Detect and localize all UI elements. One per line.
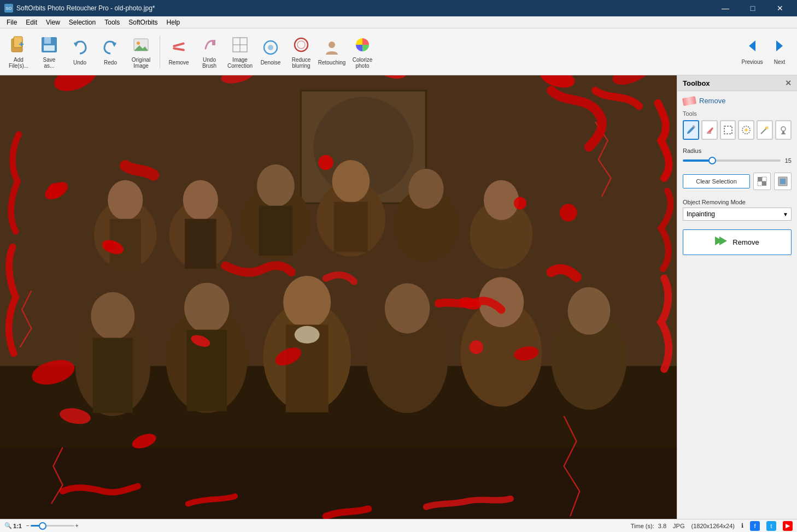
- titlebar: SO SoftOrbits Photo Retoucher Pro - old-…: [0, 0, 797, 16]
- svg-point-19: [268, 45, 273, 50]
- undo-icon: [70, 38, 90, 57]
- select-all-button[interactable]: [774, 173, 792, 190]
- svg-marker-107: [719, 237, 727, 245]
- menubar: File Edit View Selection Tools SoftOrbit…: [0, 16, 797, 28]
- toolbar-redo[interactable]: Redo: [96, 31, 125, 73]
- radius-value: 15: [785, 157, 792, 164]
- minimize-button[interactable]: —: [713, 0, 738, 16]
- svg-rect-102: [762, 177, 766, 181]
- svg-rect-34: [110, 219, 141, 269]
- app-logo: SO: [4, 4, 13, 13]
- mode-select-wrapper: Inpainting Content-Aware Fill Solid Colo…: [683, 208, 792, 221]
- toolbox-content: Remove Tools: [677, 91, 797, 261]
- reduce-blurring-label: Reduceblurring: [292, 57, 310, 69]
- image-correction-icon: [230, 35, 250, 55]
- save-icon: [39, 35, 59, 55]
- reduce-blurring-icon: [291, 35, 311, 55]
- time-label: Time (s): 3.8: [631, 523, 666, 529]
- svg-point-97: [781, 127, 786, 131]
- toolbar-undo[interactable]: Undo: [66, 31, 94, 73]
- mode-label: Object Removing Mode: [683, 199, 792, 205]
- titlebar-left: SO SoftOrbits Photo Retoucher Pro - old-…: [4, 4, 155, 13]
- next-icon: [772, 38, 787, 57]
- toolbox-close-button[interactable]: ✕: [785, 79, 792, 87]
- dimensions-label: (1820x1264x24): [691, 523, 735, 529]
- menu-view[interactable]: View: [42, 17, 65, 27]
- toolbar-original-image[interactable]: OriginalImage: [127, 31, 155, 73]
- radius-slider[interactable]: [683, 159, 781, 162]
- toolbar-reduce-blurring[interactable]: Reduceblurring: [287, 31, 315, 73]
- toolbar-denoise[interactable]: Denoise: [256, 31, 285, 73]
- svg-point-57: [295, 326, 320, 344]
- svg-rect-103: [758, 181, 762, 186]
- zoom-slider-area[interactable]: − +: [26, 523, 79, 529]
- undo-brush-icon: [200, 35, 219, 55]
- svg-rect-43: [334, 202, 368, 252]
- stamp-tool-button[interactable]: [775, 120, 792, 140]
- remove-strip-icon: [682, 96, 696, 106]
- mode-select[interactable]: Inpainting Content-Aware Fill Solid Colo…: [683, 208, 792, 221]
- svg-rect-53: [187, 330, 227, 411]
- toolbar-remove[interactable]: Remove: [165, 31, 193, 73]
- svg-point-20: [295, 38, 308, 51]
- toolbox-panel: Toolbox ✕ Remove Tools: [677, 75, 797, 519]
- brush-tool-button[interactable]: [683, 120, 699, 140]
- twitter-icon[interactable]: t: [766, 521, 776, 531]
- radius-row: Radius: [683, 147, 792, 154]
- app-title: SoftOrbits Photo Retoucher Pro - old-pho…: [16, 4, 155, 12]
- remove-button[interactable]: Remove: [683, 229, 792, 255]
- menu-selection[interactable]: Selection: [65, 17, 100, 27]
- next-button[interactable]: Next: [766, 31, 793, 73]
- menu-edit[interactable]: Edit: [21, 17, 42, 27]
- menu-file[interactable]: File: [2, 17, 21, 27]
- clear-selection-button[interactable]: Clear Selection: [683, 174, 750, 188]
- svg-point-96: [765, 126, 769, 129]
- svg-marker-7: [74, 43, 78, 47]
- svg-rect-99: [781, 133, 786, 134]
- svg-point-33: [108, 180, 143, 220]
- svg-point-55: [283, 276, 331, 328]
- svg-point-45: [408, 169, 443, 209]
- toolbar: AddFile(s)... Saveas... Undo Redo: [0, 28, 797, 75]
- svg-rect-5: [44, 37, 51, 44]
- denoise-label: Denoise: [261, 60, 281, 66]
- wand-tool-button[interactable]: [757, 120, 773, 140]
- redo-icon: [101, 38, 120, 57]
- menu-tools[interactable]: Tools: [100, 17, 124, 27]
- time-value: 3.8: [658, 523, 666, 529]
- next-label: Next: [774, 59, 786, 65]
- zoom-icon: 🔍: [4, 522, 12, 529]
- eraser-tool-button[interactable]: [701, 120, 718, 140]
- toolbar-image-correction[interactable]: ImageCorrection: [226, 31, 254, 73]
- toolbar-colorize-photo[interactable]: Colorizephoto: [348, 31, 377, 73]
- close-button[interactable]: ✕: [767, 0, 793, 16]
- svg-rect-37: [185, 219, 216, 269]
- previous-button[interactable]: Previous: [739, 31, 765, 73]
- svg-rect-50: [93, 338, 133, 413]
- svg-point-59: [385, 283, 430, 334]
- save-as-label: Saveas...: [43, 57, 56, 69]
- zoom-slider[interactable]: [31, 525, 74, 527]
- toolbar-save-as[interactable]: Saveas...: [35, 31, 63, 73]
- toolbox-header: Toolbox ✕: [677, 75, 797, 91]
- svg-rect-64: [31, 429, 645, 447]
- remove-btn-arrow-icon: [715, 235, 728, 249]
- youtube-icon[interactable]: ▶: [783, 521, 793, 531]
- facebook-icon[interactable]: f: [750, 521, 760, 531]
- maximize-button[interactable]: □: [740, 0, 765, 16]
- rect-select-tool-button[interactable]: [720, 120, 736, 140]
- toolbar-undo-brush[interactable]: UndoBrush: [195, 31, 224, 73]
- toolbar-retouching[interactable]: Retouching: [318, 31, 346, 73]
- magic-select-tool-button[interactable]: [738, 120, 754, 140]
- toolbox-section-label: Remove: [699, 97, 725, 105]
- svg-point-22: [329, 42, 335, 48]
- menu-softorbits[interactable]: SoftOrbits: [124, 17, 162, 27]
- svg-rect-40: [259, 206, 292, 256]
- svg-point-47: [484, 180, 519, 220]
- canvas-area[interactable]: [0, 75, 677, 519]
- toolbar-add-files[interactable]: AddFile(s)...: [4, 31, 33, 73]
- menu-help[interactable]: Help: [162, 17, 185, 27]
- invert-selection-button[interactable]: [753, 173, 771, 190]
- format-label: JPG: [673, 523, 684, 529]
- svg-point-52: [184, 283, 230, 333]
